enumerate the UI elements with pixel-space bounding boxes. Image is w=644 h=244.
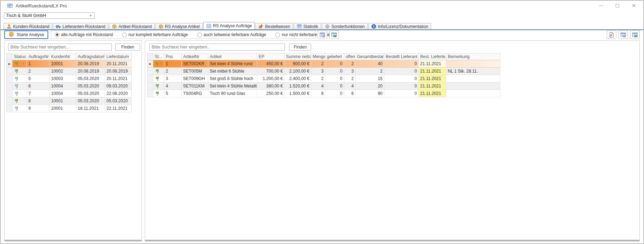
column-header[interactable]: geliefert	[325, 53, 344, 60]
cell[interactable]: 09.03.2020	[105, 83, 132, 90]
cell[interactable]: SET005M	[182, 68, 208, 75]
table-row[interactable]: 3SET009GHSet groß 8 Stühle hoch1.200,00 …	[147, 75, 500, 83]
grid-table-settings-button[interactable]	[318, 30, 327, 39]
cell[interactable]: 40	[356, 60, 384, 68]
cell[interactable]: 0	[325, 60, 344, 68]
status-cell[interactable]	[12, 90, 27, 97]
table-row[interactable]: 51000305.03.202020.11.2021	[6, 75, 132, 83]
cell[interactable]: 05.03.2020	[76, 90, 105, 97]
tab-rs-analyse-aufträge[interactable]: RS Analyse Aufträge	[203, 22, 255, 29]
positions-find-button[interactable]: Finden	[289, 44, 311, 51]
orders-hscrollbar[interactable]	[5, 240, 142, 241]
cell[interactable]: 3	[164, 75, 182, 83]
cell[interactable]: 6	[311, 90, 325, 97]
cell[interactable]: 3	[344, 68, 356, 75]
table-row[interactable]: 61000405.03.202009.03.2020	[6, 83, 132, 90]
column-header[interactable]: offen	[344, 53, 356, 60]
cell[interactable]: 2	[311, 60, 325, 68]
export-pdf-export-button[interactable]	[607, 30, 616, 39]
cell[interactable]: 4	[311, 83, 325, 90]
column-header[interactable]: EP	[257, 53, 285, 60]
column-header[interactable]: St...	[153, 53, 164, 60]
cell[interactable]: 2	[311, 75, 325, 83]
column-header[interactable]: Lieferdatum	[105, 53, 132, 60]
cell[interactable]: 2	[356, 68, 384, 75]
cell[interactable]	[446, 83, 500, 90]
cell[interactable]: 380,00 €	[257, 83, 285, 90]
column-header[interactable]: Bemerkung	[446, 53, 500, 60]
cell[interactable]: SET002KR	[182, 60, 208, 68]
cell[interactable]: 05.03.2020	[76, 83, 105, 90]
radio-auch-teilweise-lieferbare-aufträge[interactable]: auch teilweise lieferbare Aufträge	[197, 32, 266, 37]
positions-hscrollbar[interactable]	[145, 240, 639, 241]
cell[interactable]: 1	[27, 60, 50, 68]
status-cell[interactable]	[153, 83, 164, 90]
company-selector[interactable]: Tisch & Stuhl GmbH ▼	[4, 12, 95, 19]
column-header[interactable]: AuftragsNr	[27, 53, 50, 60]
cell[interactable]: 10004	[50, 90, 76, 97]
cell[interactable]: 9	[27, 105, 50, 112]
status-cell[interactable]: ▼	[12, 60, 27, 68]
cell[interactable]: 1.500,00 €	[285, 90, 311, 97]
cell[interactable]: Set groß 8 Stühle hoch	[208, 75, 257, 83]
status-cell[interactable]	[12, 68, 27, 75]
cell[interactable]: SET009GH	[182, 75, 208, 83]
chevron-down-icon[interactable]: ▼	[22, 62, 25, 66]
cell[interactable]: 20.11.2021	[105, 75, 132, 83]
tab-info-lizenz-dokumentation[interactable]: Info/Lizenz/Dokumentation	[368, 23, 431, 29]
column-header[interactable]: Pos	[164, 53, 182, 60]
cell[interactable]: 05.03.2020	[76, 75, 105, 83]
cell[interactable]: 0	[384, 90, 419, 97]
orders-search-input[interactable]	[8, 44, 112, 51]
cell[interactable]: 21.11.2021	[419, 83, 446, 90]
radio-alle-aufträge-mit-rückstand[interactable]: alle Aufträge mit Rückstand	[55, 32, 113, 37]
status-cell[interactable]	[153, 75, 164, 83]
cell[interactable]: 21.11.2021	[419, 90, 446, 97]
cell[interactable]: 6	[27, 83, 50, 90]
cell[interactable]: 2.100,00 €	[285, 68, 311, 75]
cell[interactable]: 20	[356, 83, 384, 90]
cell[interactable]: 4	[344, 83, 356, 90]
cell[interactable]: 6	[344, 90, 356, 97]
orders-find-button[interactable]: Finden	[115, 44, 140, 51]
cell[interactable]: Set klein 4 Stühle rund	[208, 60, 257, 68]
cell[interactable]: 7	[27, 90, 50, 97]
tab-statistik[interactable]: Statistik	[294, 23, 321, 29]
cell[interactable]: 90	[356, 90, 384, 97]
column-header[interactable]: Gesamtbestand	[356, 53, 384, 60]
column-header[interactable]: Best. Lieferte...	[419, 53, 446, 60]
cell[interactable]: 5	[27, 75, 50, 83]
cell[interactable]: 20.08.2019	[105, 68, 132, 75]
cell[interactable]: 2	[344, 75, 356, 83]
cell[interactable]: 1	[164, 60, 182, 68]
cell[interactable]	[446, 60, 500, 68]
cell[interactable]: 10001	[50, 60, 76, 68]
cell[interactable]: 2	[27, 68, 50, 75]
cell[interactable]: 0	[384, 68, 419, 75]
table-row[interactable]: 4SET011KMSet klein 4 Stühle Metalltis...…	[147, 83, 500, 90]
tab-lieferanten-rückstand[interactable]: Lieferanten-Rückstand	[53, 23, 108, 29]
cell[interactable]: Set mittel 6 Stühle	[208, 68, 257, 75]
cell[interactable]: 05.03.2020	[76, 97, 105, 105]
cell[interactable]: 10001	[50, 105, 76, 112]
cell[interactable]: 15	[356, 75, 384, 83]
cell[interactable]: 0	[325, 68, 344, 75]
status-cell[interactable]	[12, 105, 27, 112]
cell[interactable]: 20.08.2019	[76, 68, 105, 75]
column-header[interactable]: KundenNr	[50, 53, 76, 60]
cell[interactable]: 3	[311, 68, 325, 75]
tab-sonderfunktionen[interactable]: Sonderfunktionen	[322, 23, 368, 29]
tab-rs-analyse-artikel[interactable]: RS Analyse Artikel	[155, 23, 203, 29]
cell[interactable]	[446, 75, 500, 83]
table-row[interactable]: 5TS004RGTisch 90 rund Glas250,00 €1.500,…	[147, 90, 500, 97]
grid-table-export-button[interactable]	[329, 30, 339, 39]
table-row[interactable]: 21000220.08.201920.08.2019	[6, 68, 132, 75]
cell[interactable]: 0	[384, 75, 419, 83]
cell[interactable]: 10002	[50, 68, 76, 75]
table-row[interactable]: 91000118.11.202122.11.2021	[6, 105, 132, 112]
export-table-settings-button[interactable]	[618, 30, 628, 39]
cell[interactable]: 2	[164, 68, 182, 75]
cell[interactable]: 2	[344, 60, 356, 68]
radio-nur-komplett-lieferbare-aufträge[interactable]: nur komplett lieferbare Aufträge	[122, 32, 188, 37]
table-row[interactable]: ▶▼1SET002KRSet klein 4 Stühle rund450,00…	[147, 60, 500, 68]
